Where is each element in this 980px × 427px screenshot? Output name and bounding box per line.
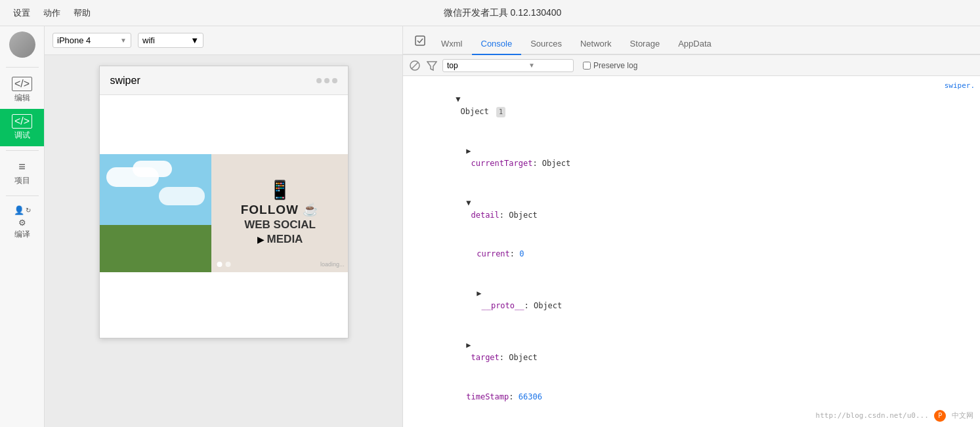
devtools-panel: Wxml Console Sources Network Storage App… — [402, 26, 980, 427]
sidebar-item-code-label: 编辑 — [14, 92, 30, 104]
network-dropdown-arrow: ▼ — [190, 35, 199, 45]
phone-title: swiper — [110, 75, 140, 87]
log-entry-1: swiper. ▼ Object 1 ▶ currentTarget: Obje… — [403, 79, 980, 427]
sidebar-divider2 — [6, 150, 39, 151]
phone-dot-1 — [316, 78, 322, 83]
phone-frame: swiper — [45, 55, 402, 427]
php-badge: P — [934, 410, 946, 422]
swiper-dot-1 — [217, 262, 222, 267]
phone-header: swiper — [100, 66, 348, 95]
tree-line-4: ▶ __proto__: Object — [403, 274, 567, 326]
tab-sources[interactable]: Sources — [521, 33, 571, 55]
phone-screen: swiper — [99, 66, 349, 338]
preserve-log-label: Preserve log — [593, 61, 637, 70]
inspect-icon[interactable] — [408, 30, 432, 54]
swiper-slide-1 — [100, 154, 211, 272]
devtools-content: swiper. ▼ Object 1 ▶ currentTarget: Obje… — [403, 76, 980, 427]
compile-icon: 👤↻ — [14, 205, 31, 215]
settings-menu[interactable]: 设置 — [13, 7, 30, 19]
watermark: http://blog.csdn.net/u0... P 中文网 — [816, 410, 973, 422]
media-text: MEDIA — [267, 233, 303, 246]
tree-line-1: ▶ currentTarget: Object — [403, 132, 576, 184]
project-icon: ≡ — [18, 160, 26, 174]
devtools-tabs: Wxml Console Sources Network Storage App… — [403, 26, 980, 55]
swiper-dots — [217, 262, 230, 267]
phone-content-top — [100, 95, 348, 154]
svg-marker-3 — [427, 62, 437, 70]
tree-line-2: ▼ detail: Object — [403, 184, 543, 235]
filter-input-wrap[interactable]: ▼ — [442, 59, 574, 72]
preserve-log-wrap: Preserve log — [583, 61, 637, 70]
log-source-1[interactable]: swiper. — [945, 81, 975, 90]
tab-network[interactable]: Network — [571, 33, 621, 55]
tab-storage[interactable]: Storage — [621, 33, 670, 55]
sketch-footer-text: loading... — [320, 261, 345, 269]
sidebar: </> 编辑 </> 调试 ≡ 项目 👤↻ ⚙ 编译 — [0, 26, 45, 427]
settings-lines-icon: ⚙ — [18, 218, 26, 228]
network-select[interactable]: wifi ▼ — [138, 33, 203, 48]
avatar — [9, 31, 35, 58]
phone-dot-2 — [324, 78, 330, 83]
follow-illustration: 📱 FOLLOW ☕ WEB SOCIAL ▶ MEDIA — [241, 180, 320, 246]
expand-icon-5[interactable]: ▶ — [466, 340, 471, 350]
tab-console[interactable]: Console — [472, 33, 522, 55]
tab-wxml[interactable]: Wxml — [432, 33, 472, 55]
actions-menu[interactable]: 动作 — [43, 7, 60, 19]
web-social-text: WEB SOCIAL — [244, 218, 316, 232]
device-name: iPhone 4 — [57, 35, 91, 45]
tree-line-0: ▼ Object 1 — [403, 80, 511, 132]
collapse-icon-2[interactable]: ▼ — [466, 198, 471, 207]
sidebar-item-project[interactable]: ≡ 项目 — [0, 155, 44, 192]
sidebar-item-compile-label: 编译 — [14, 229, 30, 240]
title-bar: 设置 动作 帮助 微信开发者工具 0.12.130400 — [0, 0, 980, 26]
play-btn-icon: ▶ — [257, 234, 265, 245]
debug-icon: </> — [12, 114, 32, 129]
sidebar-item-code[interactable]: </> 编辑 — [0, 71, 44, 109]
sidebar-divider3 — [6, 195, 39, 196]
sidebar-divider — [6, 67, 39, 68]
device-dropdown-arrow: ▼ — [120, 37, 127, 44]
sidebar-item-debug-label: 调试 — [14, 130, 30, 141]
device-panel: iPhone 4 ▼ wifi ▼ swiper — [45, 26, 402, 427]
sidebar-item-project-label: 项目 — [14, 175, 30, 186]
code-icon: </> — [12, 77, 32, 91]
main-layout: </> 编辑 </> 调试 ≡ 项目 👤↻ ⚙ 编译 iPhone 4 ▼ — [0, 26, 980, 427]
tree-line-7: type: "change" — [403, 417, 538, 427]
phone-dot-3 — [332, 78, 337, 83]
collapse-icon[interactable]: ▼ — [456, 94, 460, 104]
help-menu[interactable]: 帮助 — [74, 7, 91, 19]
preserve-log-checkbox[interactable] — [583, 62, 591, 70]
tree-line-6: timeStamp: 66306 — [403, 377, 547, 417]
cloud-2 — [133, 161, 172, 177]
tab-appdata[interactable]: AppData — [669, 33, 721, 55]
phone-sketch-icon: 📱 — [268, 180, 291, 201]
cloud-3 — [159, 187, 205, 205]
sidebar-item-debug[interactable]: </> 调试 — [0, 109, 44, 146]
tree-line-5: ▶ target: Object — [403, 326, 543, 378]
phone-bottom — [100, 272, 348, 338]
device-select[interactable]: iPhone 4 ▼ — [53, 33, 131, 48]
devtools-toolbar: ▼ Preserve log — [403, 55, 980, 76]
filter-icon[interactable] — [425, 59, 438, 72]
clear-console-button[interactable] — [408, 59, 421, 72]
network-name: wifi — [142, 35, 155, 45]
filter-dropdown-arrow[interactable]: ▼ — [528, 62, 535, 69]
swiper-area: 📱 FOLLOW ☕ WEB SOCIAL ▶ MEDIA — [100, 154, 348, 272]
device-toolbar: iPhone 4 ▼ wifi ▼ — [45, 26, 402, 55]
expand-icon-1[interactable]: ▶ — [466, 146, 471, 155]
svg-rect-0 — [415, 36, 425, 45]
expand-icon-4[interactable]: ▶ — [477, 289, 481, 298]
tree-line-3: current: 0 — [403, 235, 530, 274]
swiper-dot-2 — [225, 262, 230, 267]
swiper-slide-2: 📱 FOLLOW ☕ WEB SOCIAL ▶ MEDIA — [211, 154, 348, 272]
media-row: ▶ MEDIA — [257, 233, 303, 246]
follow-text: FOLLOW ☕ — [241, 202, 320, 217]
menubar: 设置 动作 帮助 — [13, 7, 91, 19]
filter-input[interactable] — [447, 61, 526, 70]
svg-line-2 — [412, 62, 418, 69]
phone-dots — [316, 78, 337, 83]
app-title: 微信开发者工具 0.12.130400 — [444, 7, 562, 19]
sidebar-item-compile[interactable]: 👤↻ ⚙ 编译 — [0, 200, 44, 245]
badge-1: 1 — [496, 107, 505, 117]
